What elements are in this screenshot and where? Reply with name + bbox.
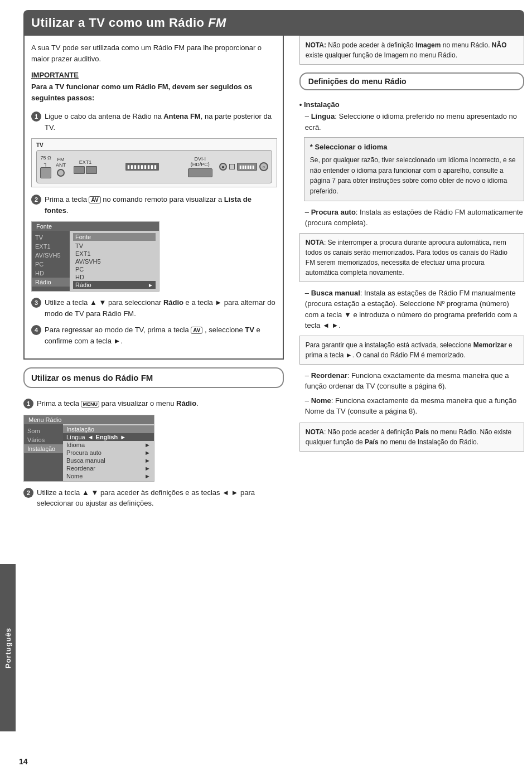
installation-section: • Instalação – Língua: Seleccione o idio… <box>299 100 524 133</box>
tv-diagram: TV 75 Ω┐ FMANT EXT1 <box>31 138 277 187</box>
main-title-bar: Utilizar a TV como um Rádio FM <box>23 10 524 36</box>
nota-1-nao: NÃO <box>492 41 507 49</box>
reordenar-item: – Reordenar: Funciona exactamente da mes… <box>305 370 524 392</box>
menu-header: Fonte <box>32 222 159 231</box>
intro-text: A sua TV pode ser utilizada como um Rádi… <box>31 42 277 64</box>
title-prefix: Utilizar a TV como um Rádio <box>31 16 208 30</box>
title-highlight: FM <box>208 16 226 30</box>
step-2-number: 2 <box>31 195 41 205</box>
nota-3-label: NOTA <box>306 428 324 436</box>
step-3-text: Utilize a tecla ▲ ▼ para seleccionar Rád… <box>45 297 277 319</box>
radio-step-2-text: Utilize a tecla ▲ ▼ para aceder às defin… <box>37 487 284 509</box>
step-3-number: 3 <box>31 298 41 308</box>
radio-menus-section: Utilizar os menus do Rádio FM 1 Prima a … <box>23 367 284 509</box>
sel-idioma-title: * Seleccionar o idioma <box>310 142 518 153</box>
step-1-number: 1 <box>31 111 41 122</box>
step-1: 1 Ligue o cabo da antena de Rádio na Ant… <box>31 111 277 133</box>
sel-idioma-text: Se, por qualquer razão, tiver selecciona… <box>310 155 518 196</box>
source-menu-screenshot: Fonte TV EXT1 AV/SVH5 PC HD Rádio <box>31 221 159 292</box>
nota-3-box: NOTA: Não pode aceder à definição País n… <box>299 423 524 452</box>
page-number: 14 <box>19 757 28 766</box>
radio-menu-screenshot: Menu Rádio Som Vários Instalação Instala… <box>23 415 154 482</box>
sidebar-tab: Português <box>0 564 16 731</box>
definitions-box: Definições do menu Rádio <box>299 72 524 90</box>
radio-menus-title: Utilizar os menus do Rádio FM <box>31 373 153 382</box>
step-4-number: 4 <box>31 325 41 335</box>
sidebar-label: Português <box>4 627 12 668</box>
importante-title: IMPORTANTE <box>31 71 277 79</box>
radio-step-1-text: Prima a tecla MENU para visualizar o men… <box>37 398 199 409</box>
step-1-text: Ligue o cabo da antena de Rádio na Anten… <box>45 111 277 133</box>
radio-step-1: 1 Prima a tecla MENU para visualizar o m… <box>23 398 284 409</box>
nota-1-imagem: Imagem <box>415 41 441 49</box>
installation-label: • Instalação <box>299 100 524 109</box>
sel-idioma-box: * Seleccionar o idioma Se, por qualquer … <box>304 137 524 201</box>
step-2: 2 Prima a tecla AV no comando remoto par… <box>31 194 277 216</box>
radio-step-1-number: 1 <box>23 399 33 409</box>
nota-2-label: NOTA <box>306 239 324 246</box>
importante-section: IMPORTANTE Para a TV funcionar como um R… <box>31 71 277 103</box>
nota-1-box: NOTA: Não pode aceder à definição Imagem… <box>299 36 524 65</box>
nome-item: – Nome: Funciona exactamente da mesma ma… <box>305 395 524 417</box>
busca-manual-item: – Busca manual: Instala as estações de R… <box>305 288 524 331</box>
step-4-text: Para regressar ao modo de TV, prima a te… <box>45 324 277 346</box>
lingua-item: – Língua: Seleccione o idioma preferido … <box>305 111 524 133</box>
radio-step-2: 2 Utilize a tecla ▲ ▼ para aceder às def… <box>23 487 284 509</box>
nota-1-label: NOTA: <box>306 41 326 49</box>
step-3: 3 Utilize a tecla ▲ ▼ para seleccionar R… <box>31 297 277 319</box>
importante-body: Para a TV funcionar como um Rádio FM, de… <box>31 81 277 103</box>
step-4: 4 Para regressar ao modo de TV, prima a … <box>31 324 277 346</box>
guarantee-box: Para garantir que a instalação está acti… <box>299 336 524 365</box>
definitions-title: Definições do menu Rádio <box>308 77 407 86</box>
nota-2-box: NOTA: Se interromper a procura durante a… <box>299 233 524 282</box>
procura-auto-item: – Procura auto: Instala as estações de R… <box>305 207 524 229</box>
radio-menus-title-box: Utilizar os menus do Rádio FM <box>23 367 284 388</box>
radio-step-2-number: 2 <box>23 488 33 498</box>
step-2-text: Prima a tecla AV no comando remoto para … <box>45 194 277 216</box>
